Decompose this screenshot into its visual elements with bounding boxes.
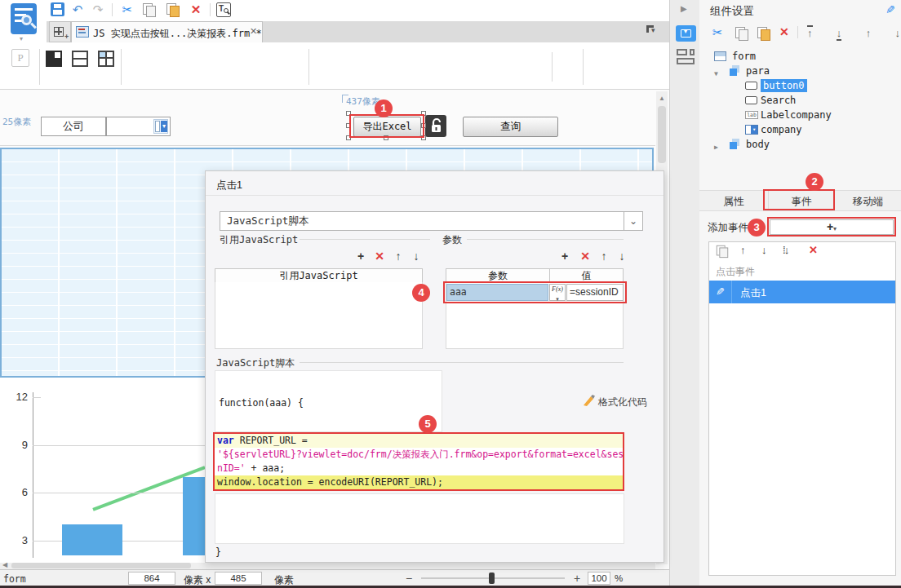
ref-js-up-icon[interactable]: ↑ [390,250,406,263]
redo-icon[interactable]: ↷ [89,2,107,18]
tree-item-body[interactable]: ▶ body [714,137,770,152]
event-type-select[interactable]: JavaScript脚本 [220,211,624,231]
paste-icon[interactable] [166,3,180,16]
new-tab-grid-button[interactable]: + [49,21,71,42]
tree-collapsed-icon[interactable]: ▶ [714,140,718,155]
tree-item-form[interactable]: form [714,49,756,64]
ref-js-add-icon[interactable]: + [353,250,369,263]
tree-paste-icon[interactable] [757,27,770,40]
add-event-button[interactable]: +▾ [770,219,894,235]
scroll-up-icon[interactable]: ▲ [659,95,665,102]
canvas-height-input[interactable]: 485 [215,572,262,585]
tree-item-company[interactable]: ▾ company [714,122,802,137]
tab-list-dropdown-icon[interactable]: ▾ [646,25,659,37]
selection-handle[interactable] [421,111,426,116]
selection-handle[interactable] [421,123,426,128]
tree-item-para[interactable]: ▼ para [714,64,770,78]
save-icon[interactable] [51,2,64,16]
ref-js-delete-icon[interactable]: ✕ [371,250,388,263]
find-text-icon[interactable]: T [216,2,231,17]
selection-handle[interactable] [384,135,388,140]
zoom-value-input[interactable]: 100 [588,572,610,585]
undo-icon[interactable]: ↶ [69,2,87,18]
tree-delete-icon[interactable]: ✕ [779,25,789,38]
param-value-input[interactable]: =sessionID [566,284,624,301]
canvas-horizontal-scrollbar[interactable]: ◀ [0,562,655,569]
app-logo-area[interactable]: ▾ [0,0,47,42]
zoom-in-icon[interactable]: + [574,572,580,585]
event-edit-pencil-icon[interactable]: ✎ [709,281,732,303]
selection-handle[interactable] [346,111,351,116]
tab-active[interactable]: JS 实现点击按钮...决策报表.frm * ✕ [71,21,263,42]
button-widget-icon [745,96,757,104]
tab-properties[interactable]: 属性 [699,190,768,211]
tab-close-icon[interactable]: ✕ [250,26,257,37]
blank-block-tab-icon[interactable] [72,51,88,67]
move-bottom-icon[interactable]: ↓ [837,27,842,41]
company-combobox-widget[interactable]: ▾ [106,117,171,136]
format-code-button[interactable]: 格式化代码 [583,394,656,409]
tree-item-search[interactable]: Search [714,93,796,108]
tab-mobile[interactable]: 移动端 [835,190,901,211]
formula-fx-button[interactable]: F(x)▾ [549,284,566,301]
code-editor-bottom[interactable] [215,493,624,544]
tree-copy-icon[interactable] [735,27,748,40]
ref-js-table-header: 引用JavaScript [215,268,423,283]
tab-bar: + JS 实现点击按钮...决策报表.frm * ✕ ▾ [47,21,669,42]
code-line-1: var REPORT_URL = [215,434,623,448]
event-delete-icon[interactable]: ✕ [809,244,818,256]
parameter-pane-icon[interactable]: P [11,49,29,67]
event-copy-icon[interactable] [717,245,728,257]
move-down-icon[interactable]: ↓ [895,27,901,39]
selection-handle[interactable] [346,123,351,128]
scrollbar-thumb-h[interactable] [11,563,191,568]
delete-icon[interactable]: ✕ [187,2,205,18]
step-badge-1: 1 [375,99,393,117]
tree-cut-icon[interactable]: ✂ [712,25,723,40]
status-bar: form 864 像素 x 485 像素 − + 100 % [0,569,669,586]
ribbon: P 参数 空白块 [0,42,669,90]
event-sort-icon[interactable]: ⁞↓ [783,244,788,256]
param-delete-icon[interactable]: ✕ [577,250,593,263]
ref-js-down-icon[interactable]: ↓ [408,250,424,263]
zoom-slider-thumb[interactable] [489,573,495,584]
edit-pencil-icon[interactable]: ✎ [885,3,895,16]
company-label-widget[interactable]: 公司 [41,117,106,136]
logo-dropdown-arrow-icon: ▾ [20,35,23,42]
param-add-icon[interactable]: + [557,250,573,263]
code-editor-top[interactable]: function(aaa) { [215,370,442,432]
blank-block-report-icon[interactable] [98,51,114,67]
event-list: 点击事件 ✎ 点击1 [708,259,896,576]
export-excel-button[interactable]: 导出Excel [353,117,421,137]
move-up-icon[interactable]: ↑ [866,27,872,39]
ref-js-table-body[interactable] [215,282,423,349]
blank-block-absolute-icon[interactable] [46,51,62,67]
param-name-cell[interactable]: aaa [446,284,548,301]
lock-icon[interactable] [425,115,446,137]
tab-events[interactable]: 事件 [768,190,835,211]
combobox-dropdown-icon[interactable]: ▾ [153,119,168,134]
event-item-click1[interactable]: ✎ 点击1 [709,281,895,303]
canvas-width-input[interactable]: 864 [128,572,175,585]
selection-handle[interactable] [346,135,351,140]
tree-item-labelcompany[interactable]: lab Labelcompany [714,108,832,122]
event-up-icon[interactable]: ↑ [740,244,746,256]
collapse-panel-icon[interactable]: ▶ [681,4,687,13]
zoom-out-icon[interactable]: − [406,572,412,585]
param-up-icon[interactable]: ↑ [596,250,612,263]
cut-icon[interactable]: ✂ [118,2,136,18]
event-down-icon[interactable]: ↓ [761,244,767,256]
widget-settings-dock-icon[interactable]: ▾ [676,25,696,42]
value-col-header: 值 [549,268,624,283]
query-button[interactable]: 查询 [463,117,558,137]
tree-item-button0[interactable]: button0 [714,78,807,93]
copy-icon[interactable] [143,3,156,16]
move-top-icon[interactable]: ↑ [807,25,813,39]
layout-dock-icon[interactable] [677,49,695,65]
event-type-select-chevron-icon[interactable]: ⌄ [624,211,643,231]
chart-y-tick-label: 9 [7,439,28,451]
annotation-box-code[interactable]: var REPORT_URL = '${servletURL}?viewlet=… [213,432,624,491]
scrollbar-thumb[interactable] [658,106,666,163]
param-down-icon[interactable]: ↓ [614,250,630,263]
selection-handle[interactable] [421,135,426,140]
